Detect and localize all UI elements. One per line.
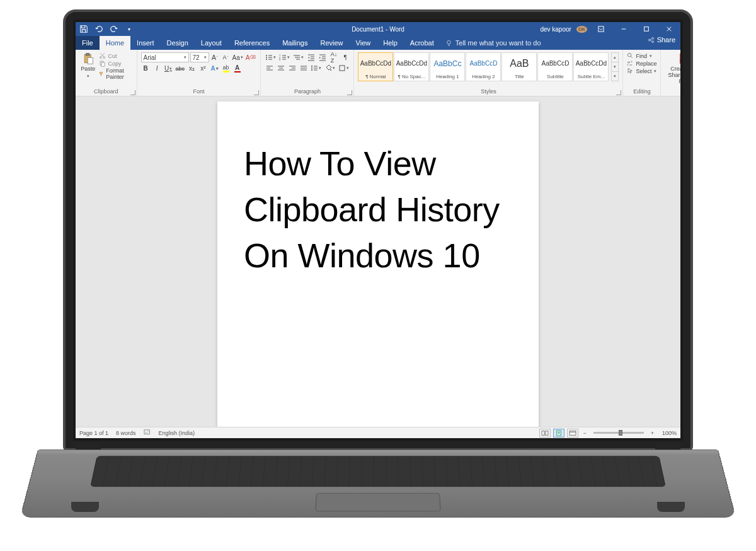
align-center-button[interactable] bbox=[276, 63, 285, 72]
zoom-in-button[interactable]: + bbox=[649, 430, 656, 436]
align-right-button[interactable] bbox=[287, 63, 297, 72]
clipboard-dialog-launcher[interactable] bbox=[130, 90, 135, 95]
ribbon-options-icon[interactable] bbox=[592, 22, 610, 36]
tab-review[interactable]: Review bbox=[314, 36, 350, 50]
style-item-5[interactable]: AaBbCcDSubtitle bbox=[537, 52, 573, 81]
zoom-slider[interactable] bbox=[593, 432, 644, 434]
tab-view[interactable]: View bbox=[350, 36, 377, 50]
print-layout-button[interactable] bbox=[553, 429, 564, 438]
share-button[interactable]: Share bbox=[648, 36, 675, 44]
grow-font-button[interactable]: A˄ bbox=[210, 53, 220, 62]
user-name[interactable]: dev kapoor bbox=[540, 26, 571, 33]
style-item-4[interactable]: AaBTitle bbox=[501, 52, 537, 81]
page[interactable]: How To View Clipboard History On Windows… bbox=[217, 102, 539, 427]
format-painter-button[interactable]: Format Painter bbox=[99, 67, 132, 80]
select-button[interactable]: Select▾ bbox=[627, 67, 656, 74]
clear-formatting-button[interactable]: A⌫ bbox=[245, 53, 257, 62]
style-item-3[interactable]: AaBbCcDHeading 2 bbox=[466, 52, 501, 81]
superscript-button[interactable]: x² bbox=[198, 64, 208, 73]
shrink-font-button[interactable]: A˅ bbox=[221, 53, 231, 62]
tab-home[interactable]: Home bbox=[100, 36, 130, 50]
svg-point-28 bbox=[266, 59, 267, 60]
replace-button[interactable]: abacReplace bbox=[627, 60, 656, 67]
highlight-button[interactable]: ab bbox=[221, 64, 231, 73]
bullets-button[interactable]: ▾ bbox=[265, 52, 277, 62]
change-case-button[interactable]: Aa▾ bbox=[232, 53, 244, 62]
outdent-icon bbox=[307, 54, 315, 61]
spellcheck-icon[interactable] bbox=[144, 429, 151, 437]
bold-button[interactable]: B bbox=[141, 64, 151, 73]
align-left-button[interactable] bbox=[265, 63, 274, 72]
styles-scroll-down[interactable]: ▾ bbox=[612, 62, 618, 72]
web-layout-button[interactable] bbox=[567, 429, 578, 438]
create-share-pdf-button[interactable]: Create and Share Adobe PDF bbox=[665, 52, 680, 85]
text-effects-button[interactable]: A▾ bbox=[210, 64, 219, 73]
find-button[interactable]: Find▾ bbox=[627, 52, 656, 59]
styles-scroll-up[interactable]: ▴ bbox=[612, 53, 618, 62]
style-name: ¶ No Spac... bbox=[398, 74, 425, 81]
maximize-button[interactable] bbox=[638, 22, 655, 36]
tab-acrobat[interactable]: Acrobat bbox=[404, 36, 440, 50]
zoom-thumb[interactable] bbox=[619, 430, 622, 436]
font-name-selector[interactable]: Arial▾ bbox=[141, 52, 189, 62]
paintbrush-icon bbox=[99, 71, 104, 78]
document-area[interactable]: How To View Clipboard History On Windows… bbox=[76, 96, 680, 427]
tab-references[interactable]: References bbox=[228, 36, 276, 50]
tell-me-search[interactable]: Tell me what you want to do bbox=[445, 36, 541, 50]
style-name: Title bbox=[515, 74, 524, 81]
undo-icon[interactable] bbox=[94, 25, 103, 33]
style-item-6[interactable]: AaBbCcDdSubtle Em... bbox=[573, 52, 609, 81]
save-icon[interactable] bbox=[79, 25, 88, 33]
show-marks-button[interactable]: ¶ bbox=[340, 52, 350, 62]
tab-design[interactable]: Design bbox=[161, 36, 195, 50]
word-count[interactable]: 8 words bbox=[116, 430, 136, 436]
copy-button[interactable]: Copy bbox=[99, 60, 132, 67]
shading-button[interactable]: ▾ bbox=[324, 63, 336, 72]
user-avatar[interactable]: DK bbox=[576, 26, 587, 33]
svg-rect-23 bbox=[101, 74, 101, 76]
styles-expand[interactable]: ▾ bbox=[612, 72, 618, 81]
group-label-acrobat: Adobe Acrobat bbox=[665, 88, 680, 95]
close-button[interactable] bbox=[660, 22, 678, 36]
minimize-button[interactable] bbox=[615, 22, 633, 36]
strike-button[interactable]: abc bbox=[175, 64, 186, 73]
tab-help[interactable]: Help bbox=[377, 36, 404, 50]
styles-scroll[interactable]: ▴ ▾ ▾ bbox=[611, 52, 619, 81]
multilevel-icon bbox=[293, 54, 301, 61]
font-size-selector[interactable]: 72▾ bbox=[190, 52, 209, 62]
justify-button[interactable] bbox=[299, 63, 308, 72]
read-mode-button[interactable] bbox=[539, 429, 551, 438]
zoom-level[interactable]: 100% bbox=[662, 430, 677, 436]
borders-button[interactable]: ▾ bbox=[338, 63, 350, 72]
multilevel-list-button[interactable]: ▾ bbox=[292, 52, 304, 62]
document-body-text[interactable]: How To View Clipboard History On Windows… bbox=[244, 141, 512, 279]
tab-insert[interactable]: Insert bbox=[130, 36, 161, 50]
group-clipboard: Paste ▾ Cut Copy Format Painter Clipboar… bbox=[76, 50, 137, 96]
increase-indent-button[interactable] bbox=[318, 52, 327, 62]
page-indicator[interactable]: Page 1 of 1 bbox=[79, 430, 108, 436]
style-item-1[interactable]: AaBbCcDd¶ No Spac... bbox=[394, 52, 429, 81]
underline-button[interactable]: U▾ bbox=[164, 64, 173, 73]
tab-file[interactable]: File bbox=[76, 36, 100, 50]
style-item-0[interactable]: AaBbCcDd¶ Normal bbox=[358, 52, 393, 81]
paragraph-dialog-launcher[interactable] bbox=[347, 90, 352, 95]
redo-icon[interactable] bbox=[110, 25, 118, 33]
qat-customize-icon[interactable]: ▾ bbox=[125, 25, 134, 33]
zoom-out-button[interactable]: − bbox=[581, 430, 588, 436]
decrease-indent-button[interactable] bbox=[306, 52, 316, 62]
line-spacing-button[interactable]: ▾ bbox=[310, 63, 322, 72]
numbering-button[interactable]: 123▾ bbox=[278, 52, 290, 62]
font-dialog-launcher[interactable] bbox=[254, 90, 259, 95]
language-indicator[interactable]: English (India) bbox=[159, 430, 195, 436]
sort-button[interactable]: A↓Z bbox=[329, 52, 338, 62]
styles-dialog-launcher[interactable] bbox=[616, 90, 621, 95]
cut-button[interactable]: Cut bbox=[99, 52, 132, 59]
tab-layout[interactable]: Layout bbox=[195, 36, 228, 50]
font-color-button[interactable]: A bbox=[232, 64, 242, 73]
tab-mailings[interactable]: Mailings bbox=[276, 36, 314, 50]
paste-button[interactable]: Paste ▾ bbox=[79, 52, 96, 79]
style-item-2[interactable]: AaBbCcHeading 1 bbox=[430, 52, 465, 81]
subscript-button[interactable]: x₂ bbox=[187, 64, 197, 73]
italic-button[interactable]: I bbox=[152, 64, 162, 73]
styles-gallery: AaBbCcDd¶ NormalAaBbCcDd¶ No Spac...AaBb… bbox=[358, 52, 609, 81]
